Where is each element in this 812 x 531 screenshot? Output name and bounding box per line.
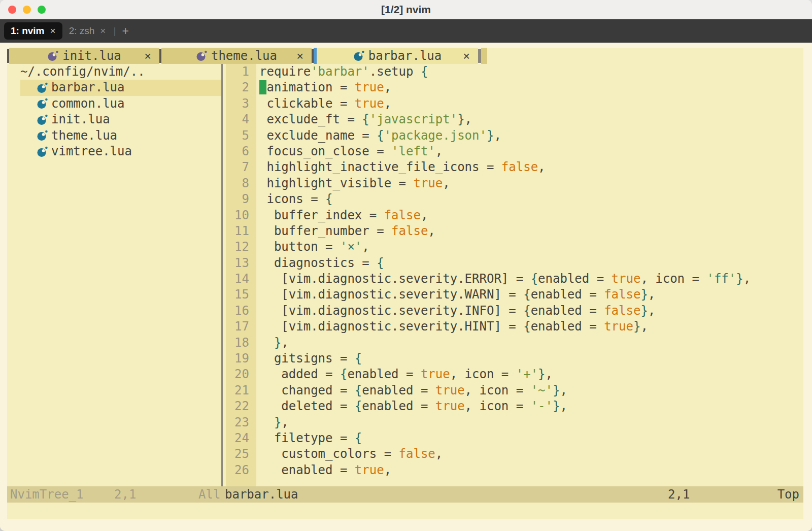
tmux-bar: 1: nvim × 2: zsh × | + — [0, 19, 812, 43]
terminal-window: [1/2] nvim 1: nvim × 2: zsh × | + init.l… — [0, 0, 812, 531]
traffic-lights — [8, 6, 46, 14]
buffer-tab-barbar[interactable]: barbar.lua× — [317, 48, 478, 64]
line-number: 24 — [226, 430, 256, 446]
line-number: 18 — [226, 335, 256, 351]
code-line[interactable]: }, — [259, 335, 803, 351]
tmux-tab-close-icon[interactable]: × — [50, 25, 56, 37]
line-number: 3 — [226, 96, 256, 112]
titlebar: [1/2] nvim — [0, 0, 812, 19]
code-line[interactable]: buffer_number = false, — [259, 223, 803, 239]
line-number: 8 — [226, 176, 256, 191]
editor-pane[interactable]: 1234567891011121314151617181920212223242… — [223, 64, 803, 486]
line-number: 6 — [226, 144, 256, 159]
tmux-tab-label: 2: zsh — [69, 25, 95, 37]
tmux-tab-zsh[interactable]: 2: zsh × — [62, 22, 113, 40]
buffer-tab-label: barbar.lua — [368, 49, 442, 63]
code-line[interactable]: exclude_ft = {'javascript'}, — [259, 112, 803, 127]
line-number: 26 — [226, 462, 256, 478]
tree-item-label: common.lua — [51, 96, 125, 112]
buffer-tab-label: init.lua — [62, 49, 121, 63]
tmux-tab-close-icon[interactable]: × — [100, 25, 106, 37]
tree-item-common[interactable]: common.lua — [20, 96, 221, 112]
statusline-position: 2,1 — [668, 486, 690, 503]
code-line[interactable]: changed = {enabled = true, icon = '~'}, — [259, 383, 803, 399]
line-number: 17 — [226, 319, 256, 335]
statusline: NvimTree_1 2,1 All barbar.lua 2,1 Top — [7, 486, 803, 503]
nvim-ui: init.lua× theme.lua× barbar.lua× ~/.conf… — [7, 48, 803, 519]
line-number: 2 — [226, 80, 256, 95]
tmux-new-tab-button[interactable]: + — [118, 24, 132, 38]
code-line[interactable]: clickable = true, — [259, 96, 803, 112]
line-number: 16 — [226, 303, 256, 319]
code-line[interactable]: [vim.diagnostic.severity.HINT] = {enable… — [259, 319, 803, 335]
buffer-tab-init[interactable]: init.lua× — [9, 48, 159, 64]
code-line[interactable]: enabled = true, — [259, 462, 803, 478]
code-line[interactable]: filetype = { — [259, 430, 803, 446]
tmux-tab-nvim[interactable]: 1: nvim × — [4, 22, 62, 40]
tree-item-init[interactable]: init.lua — [20, 112, 221, 127]
code-area[interactable]: require'barbar'.setup { animation = true… — [259, 64, 803, 486]
tree-item-barbar[interactable]: barbar.lua — [20, 80, 221, 95]
statusline-scroll: Top — [777, 486, 799, 503]
bufferline: init.lua× theme.lua× barbar.lua× — [7, 48, 803, 64]
line-number: 19 — [226, 351, 256, 367]
nvimtree-sidebar: ~/.config/nvim/.. barbar.lua common.lua … — [7, 64, 221, 486]
line-number: 11 — [226, 223, 256, 239]
minimize-window-button[interactable] — [23, 6, 31, 14]
line-number: 9 — [226, 191, 256, 207]
code-line[interactable]: [vim.diagnostic.severity.INFO] = {enable… — [259, 303, 803, 319]
tab-close-icon[interactable]: × — [463, 49, 470, 62]
code-line[interactable]: added = {enabled = true, icon = '+'}, — [259, 367, 803, 382]
code-line[interactable]: [vim.diagnostic.severity.ERROR] = {enabl… — [259, 271, 803, 287]
lua-icon — [37, 98, 48, 109]
tree-root-path[interactable]: ~/.config/nvim/.. — [20, 64, 221, 80]
statusline-buffer-name: NvimTree_1 — [10, 486, 84, 503]
line-number-gutter: 1234567891011121314151617181920212223242… — [226, 64, 256, 486]
statusline-tree-scroll: All — [198, 486, 220, 503]
code-line[interactable]: buffer_index = false, — [259, 208, 803, 223]
line-number: 20 — [226, 367, 256, 382]
line-number: 22 — [226, 399, 256, 414]
close-window-button[interactable] — [8, 6, 16, 14]
statusline-tree-position: 2,1 — [114, 486, 136, 503]
tree-item-vimtree[interactable]: vimtree.lua — [20, 144, 221, 159]
code-line[interactable]: button = '×', — [259, 239, 803, 255]
zoom-window-button[interactable] — [38, 6, 46, 14]
line-number: 1 — [226, 64, 256, 80]
window-title: [1/2] nvim — [381, 4, 431, 16]
code-line[interactable]: custom_colors = false, — [259, 446, 803, 462]
line-number: 4 — [226, 112, 256, 127]
line-number: 13 — [226, 255, 256, 271]
code-line[interactable]: exclude_name = {'package.json'}, — [259, 128, 803, 144]
tabline-stub — [481, 48, 487, 64]
line-number: 15 — [226, 287, 256, 303]
buffer-tab-label: theme.lua — [211, 49, 277, 63]
code-line[interactable]: }, — [259, 415, 803, 430]
tree-item-label: barbar.lua — [51, 80, 125, 95]
code-line[interactable]: animation = true, — [259, 80, 803, 95]
code-line[interactable]: diagnostics = { — [259, 255, 803, 271]
tab-close-icon[interactable]: × — [144, 49, 151, 62]
buffer-tab-theme[interactable]: theme.lua× — [161, 48, 312, 64]
code-line[interactable]: highlight_inactive_file_icons = false, — [259, 159, 803, 175]
tree-item-theme[interactable]: theme.lua — [20, 128, 221, 144]
code-line[interactable]: gitsigns = { — [259, 351, 803, 367]
tree-item-label: init.lua — [51, 112, 110, 127]
statusline-file-name: barbar.lua — [225, 486, 298, 503]
tab-close-icon[interactable]: × — [296, 49, 303, 62]
code-line[interactable]: [vim.diagnostic.severity.WARN] = {enable… — [259, 287, 803, 303]
code-line[interactable]: deleted = {enabled = true, icon = '-'}, — [259, 399, 803, 414]
code-line[interactable]: focus_on_close = 'left', — [259, 144, 803, 159]
command-line — [7, 503, 803, 519]
line-number: 23 — [226, 415, 256, 430]
tmux-tab-label: 1: nvim — [11, 25, 45, 37]
lua-icon — [196, 50, 207, 61]
code-line[interactable]: require'barbar'.setup { — [259, 64, 803, 80]
lua-icon — [37, 114, 48, 125]
code-line[interactable]: highlight_visible = true, — [259, 176, 803, 191]
cursor — [259, 80, 266, 94]
tree-item-label: vimtree.lua — [51, 144, 132, 159]
line-number: 5 — [226, 128, 256, 144]
code-line[interactable]: icons = { — [259, 191, 803, 207]
line-number: 21 — [226, 383, 256, 399]
